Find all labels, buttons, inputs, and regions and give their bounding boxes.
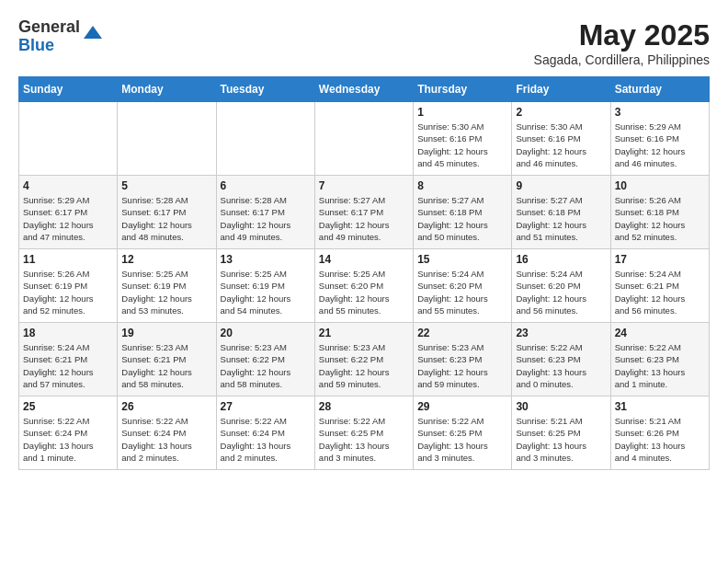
calendar-table: SundayMondayTuesdayWednesdayThursdayFrid… <box>18 76 710 470</box>
calendar-week-row: 25Sunrise: 5:22 AM Sunset: 6:24 PM Dayli… <box>19 396 710 470</box>
day-info: Sunrise: 5:21 AM Sunset: 6:25 PM Dayligh… <box>516 415 606 464</box>
day-number: 6 <box>221 179 311 192</box>
day-info: Sunrise: 5:23 AM Sunset: 6:21 PM Dayligh… <box>121 341 211 390</box>
day-info: Sunrise: 5:25 AM Sunset: 6:20 PM Dayligh… <box>319 268 409 316</box>
day-info: Sunrise: 5:24 AM Sunset: 6:20 PM Dayligh… <box>417 268 507 316</box>
day-number: 7 <box>319 179 409 192</box>
day-number: 25 <box>23 400 113 413</box>
calendar-day-cell: 21Sunrise: 5:23 AM Sunset: 6:22 PM Dayli… <box>314 323 413 396</box>
day-info: Sunrise: 5:22 AM Sunset: 6:25 PM Dayligh… <box>417 415 507 464</box>
calendar-day-cell: 26Sunrise: 5:22 AM Sunset: 6:24 PM Dayli… <box>118 396 216 470</box>
day-info: Sunrise: 5:22 AM Sunset: 6:25 PM Dayligh… <box>319 415 409 464</box>
weekday-header: Tuesday <box>216 77 314 102</box>
day-number: 10 <box>615 179 705 192</box>
calendar-body: 1Sunrise: 5:30 AM Sunset: 6:16 PM Daylig… <box>19 102 710 470</box>
calendar-day-cell: 27Sunrise: 5:22 AM Sunset: 6:24 PM Dayli… <box>216 396 314 470</box>
day-info: Sunrise: 5:26 AM Sunset: 6:18 PM Dayligh… <box>615 194 705 243</box>
day-number: 24 <box>615 327 705 339</box>
day-info: Sunrise: 5:25 AM Sunset: 6:19 PM Dayligh… <box>121 268 211 316</box>
day-number: 19 <box>121 327 211 339</box>
calendar-day-cell: 4Sunrise: 5:29 AM Sunset: 6:17 PM Daylig… <box>19 176 118 249</box>
calendar-day-cell: 24Sunrise: 5:22 AM Sunset: 6:23 PM Dayli… <box>610 323 709 396</box>
weekday-header: Friday <box>512 77 610 102</box>
calendar-day-cell: 3Sunrise: 5:29 AM Sunset: 6:16 PM Daylig… <box>610 102 709 176</box>
day-info: Sunrise: 5:22 AM Sunset: 6:24 PM Dayligh… <box>23 415 113 464</box>
day-number: 21 <box>319 327 409 339</box>
day-info: Sunrise: 5:22 AM Sunset: 6:24 PM Dayligh… <box>121 415 211 464</box>
day-number: 9 <box>516 179 606 192</box>
calendar-day-cell: 15Sunrise: 5:24 AM Sunset: 6:20 PM Dayli… <box>414 249 512 323</box>
day-info: Sunrise: 5:25 AM Sunset: 6:19 PM Dayligh… <box>221 268 311 316</box>
day-info: Sunrise: 5:28 AM Sunset: 6:17 PM Dayligh… <box>121 194 211 243</box>
calendar-day-cell: 17Sunrise: 5:24 AM Sunset: 6:21 PM Dayli… <box>610 249 709 323</box>
logo-icon <box>82 22 104 44</box>
calendar-day-cell: 5Sunrise: 5:28 AM Sunset: 6:17 PM Daylig… <box>118 176 216 249</box>
calendar-day-cell: 28Sunrise: 5:22 AM Sunset: 6:25 PM Dayli… <box>314 396 413 470</box>
calendar-day-cell <box>216 102 314 176</box>
location-title: Sagada, Cordillera, Philippines <box>534 52 710 67</box>
day-info: Sunrise: 5:27 AM Sunset: 6:18 PM Dayligh… <box>516 194 606 243</box>
page-header: General Blue May 2025 Sagada, Cordillera… <box>18 18 710 67</box>
calendar-day-cell: 13Sunrise: 5:25 AM Sunset: 6:19 PM Dayli… <box>216 249 314 323</box>
svg-marker-0 <box>84 26 102 39</box>
day-info: Sunrise: 5:27 AM Sunset: 6:17 PM Dayligh… <box>319 194 409 243</box>
day-number: 15 <box>417 253 507 266</box>
calendar-day-cell: 2Sunrise: 5:30 AM Sunset: 6:16 PM Daylig… <box>512 102 610 176</box>
day-info: Sunrise: 5:24 AM Sunset: 6:21 PM Dayligh… <box>615 268 705 316</box>
calendar-day-cell: 25Sunrise: 5:22 AM Sunset: 6:24 PM Dayli… <box>19 396 118 470</box>
day-number: 28 <box>319 400 409 413</box>
calendar-week-row: 1Sunrise: 5:30 AM Sunset: 6:16 PM Daylig… <box>19 102 710 176</box>
day-info: Sunrise: 5:21 AM Sunset: 6:26 PM Dayligh… <box>615 415 705 464</box>
day-number: 31 <box>615 400 705 413</box>
day-number: 29 <box>417 400 507 413</box>
day-info: Sunrise: 5:29 AM Sunset: 6:17 PM Dayligh… <box>23 194 113 243</box>
day-number: 11 <box>23 253 113 266</box>
day-number: 4 <box>23 179 113 192</box>
day-info: Sunrise: 5:30 AM Sunset: 6:16 PM Dayligh… <box>516 121 606 169</box>
calendar-day-cell: 1Sunrise: 5:30 AM Sunset: 6:16 PM Daylig… <box>414 102 512 176</box>
day-number: 20 <box>221 327 311 339</box>
day-number: 30 <box>516 400 606 413</box>
calendar-day-cell: 6Sunrise: 5:28 AM Sunset: 6:17 PM Daylig… <box>216 176 314 249</box>
day-number: 8 <box>417 179 507 192</box>
logo-general: General <box>18 18 80 37</box>
calendar-day-cell <box>118 102 216 176</box>
calendar-day-cell: 8Sunrise: 5:27 AM Sunset: 6:18 PM Daylig… <box>414 176 512 249</box>
day-info: Sunrise: 5:23 AM Sunset: 6:23 PM Dayligh… <box>417 341 507 390</box>
calendar-day-cell: 23Sunrise: 5:22 AM Sunset: 6:23 PM Dayli… <box>512 323 610 396</box>
day-info: Sunrise: 5:28 AM Sunset: 6:17 PM Dayligh… <box>221 194 311 243</box>
day-number: 27 <box>221 400 311 413</box>
calendar-day-cell: 7Sunrise: 5:27 AM Sunset: 6:17 PM Daylig… <box>314 176 413 249</box>
day-number: 22 <box>417 327 507 339</box>
day-info: Sunrise: 5:24 AM Sunset: 6:20 PM Dayligh… <box>516 268 606 316</box>
logo-blue: Blue <box>18 37 80 55</box>
day-number: 23 <box>516 327 606 339</box>
calendar-day-cell: 20Sunrise: 5:23 AM Sunset: 6:22 PM Dayli… <box>216 323 314 396</box>
calendar-header-row: SundayMondayTuesdayWednesdayThursdayFrid… <box>19 77 710 102</box>
day-info: Sunrise: 5:26 AM Sunset: 6:19 PM Dayligh… <box>23 268 113 316</box>
calendar-day-cell: 12Sunrise: 5:25 AM Sunset: 6:19 PM Dayli… <box>118 249 216 323</box>
day-info: Sunrise: 5:27 AM Sunset: 6:18 PM Dayligh… <box>417 194 507 243</box>
weekday-header: Saturday <box>610 77 709 102</box>
weekday-header: Wednesday <box>314 77 413 102</box>
day-info: Sunrise: 5:24 AM Sunset: 6:21 PM Dayligh… <box>23 341 113 390</box>
day-number: 1 <box>417 106 507 119</box>
calendar-day-cell: 22Sunrise: 5:23 AM Sunset: 6:23 PM Dayli… <box>414 323 512 396</box>
month-title: May 2025 <box>534 18 710 52</box>
weekday-header: Sunday <box>19 77 118 102</box>
calendar-day-cell: 30Sunrise: 5:21 AM Sunset: 6:25 PM Dayli… <box>512 396 610 470</box>
day-number: 3 <box>615 106 705 119</box>
logo: General Blue <box>18 18 104 55</box>
calendar-day-cell: 19Sunrise: 5:23 AM Sunset: 6:21 PM Dayli… <box>118 323 216 396</box>
calendar-week-row: 11Sunrise: 5:26 AM Sunset: 6:19 PM Dayli… <box>19 249 710 323</box>
calendar-day-cell <box>19 102 118 176</box>
day-info: Sunrise: 5:23 AM Sunset: 6:22 PM Dayligh… <box>319 341 409 390</box>
calendar-day-cell: 16Sunrise: 5:24 AM Sunset: 6:20 PM Dayli… <box>512 249 610 323</box>
calendar-week-row: 18Sunrise: 5:24 AM Sunset: 6:21 PM Dayli… <box>19 323 710 396</box>
day-number: 18 <box>23 327 113 339</box>
weekday-header: Thursday <box>414 77 512 102</box>
day-info: Sunrise: 5:22 AM Sunset: 6:23 PM Dayligh… <box>516 341 606 390</box>
day-info: Sunrise: 5:30 AM Sunset: 6:16 PM Dayligh… <box>417 121 507 169</box>
day-number: 5 <box>121 179 211 192</box>
day-number: 16 <box>516 253 606 266</box>
